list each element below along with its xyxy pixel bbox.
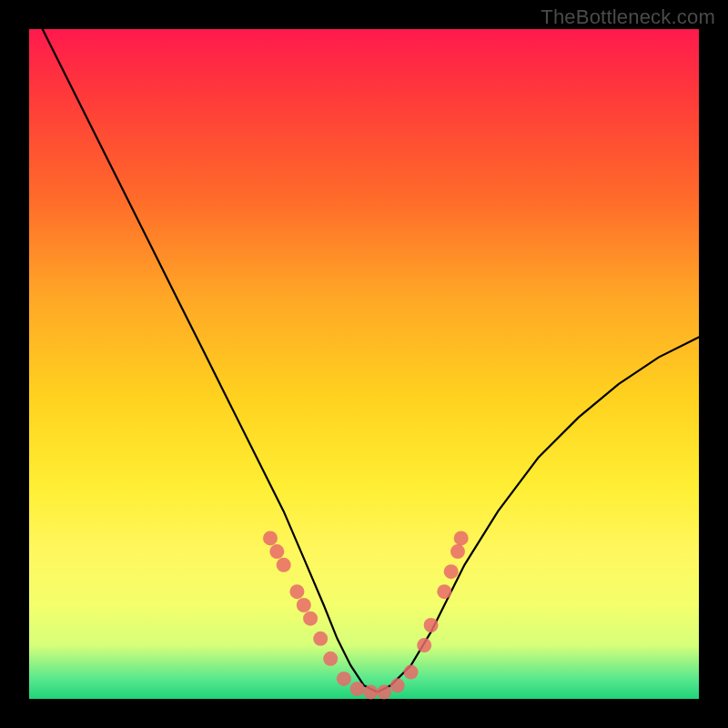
- marker-right-cluster-3: [437, 584, 451, 599]
- marker-right-cluster-5: [450, 544, 465, 559]
- curve-svg: [29, 29, 699, 699]
- bottleneck-curve: [43, 29, 699, 693]
- marker-left-cluster-6: [303, 612, 318, 626]
- plot-area: [29, 29, 699, 699]
- marker-bottom-4: [377, 685, 391, 700]
- marker-left-cluster-4: [289, 584, 304, 599]
- marker-left-cluster-1: [263, 531, 278, 545]
- marker-left-cluster-2: [269, 544, 284, 559]
- marker-bottom-3: [363, 685, 378, 700]
- chart-frame: TheBottleneck.com: [0, 0, 728, 728]
- watermark-text: TheBottleneck.com: [541, 5, 715, 29]
- marker-bottom-1: [337, 672, 351, 686]
- marker-left-cluster-5: [297, 598, 311, 612]
- marker-right-cluster-4: [444, 564, 459, 579]
- marker-right-cluster-1: [417, 638, 431, 652]
- marker-group: [263, 531, 469, 699]
- marker-right-cluster-2: [424, 618, 439, 632]
- marker-left-cluster-7: [313, 632, 328, 646]
- marker-left-cluster-8: [323, 652, 338, 666]
- marker-left-cluster-3: [277, 558, 291, 572]
- marker-bottom-5: [390, 678, 405, 693]
- marker-bottom-6: [404, 665, 419, 680]
- marker-bottom-2: [350, 682, 365, 696]
- marker-right-cluster-6: [454, 531, 469, 545]
